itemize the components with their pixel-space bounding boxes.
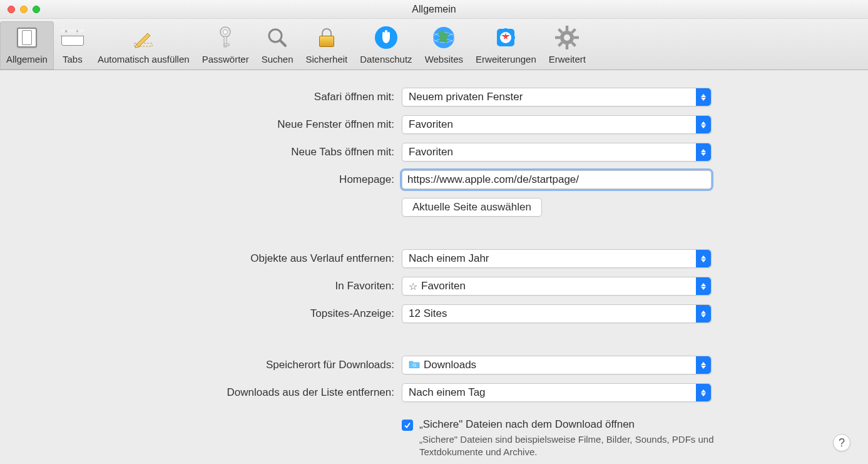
- chevron-up-down-icon: [696, 384, 711, 401]
- open-safe-files-description: „Sichere" Dateien sind beispielsweise Fi…: [419, 433, 752, 459]
- tab-general[interactable]: Allgemein: [0, 21, 54, 70]
- chevron-up-down-icon: [696, 250, 711, 267]
- label-remove-history: Objekte aus Verlauf entfernen:: [25, 252, 394, 265]
- hand-icon: [374, 25, 399, 50]
- tab-label: Tabs: [63, 54, 83, 64]
- general-icon: [14, 25, 39, 50]
- tab-websites[interactable]: Websites: [419, 21, 469, 70]
- tab-passwords[interactable]: Passwörter: [196, 21, 255, 70]
- select-topsites[interactable]: 12 Sites: [402, 304, 712, 323]
- label-new-tabs: Neue Tabs öffnen mit:: [25, 146, 394, 158]
- svg-rect-21: [574, 36, 579, 39]
- select-safari-open-with[interactable]: Neuem privaten Fenster: [402, 88, 712, 106]
- homepage-input[interactable]: [402, 170, 712, 189]
- tab-label: Erweitert: [549, 54, 586, 64]
- star-icon: ☆: [409, 281, 417, 292]
- tab-autofill[interactable]: Automatisch ausfüllen: [91, 21, 196, 70]
- svg-marker-1: [136, 33, 150, 47]
- svg-line-8: [280, 41, 285, 46]
- svg-point-26: [564, 34, 570, 41]
- search-icon: [265, 25, 290, 50]
- content-area: Safari öffnen mit: Neuem privaten Fenste…: [0, 70, 868, 464]
- select-value: Downloads: [424, 359, 476, 371]
- preferences-window: Allgemein Allgemein Tabs Automatisch aus…: [0, 0, 868, 464]
- tab-label: Passwörter: [202, 54, 249, 64]
- label-remove-downloads: Downloads aus der Liste entfernen:: [25, 386, 394, 399]
- select-value: 12 Sites: [409, 307, 447, 320]
- tab-label: Allgemein: [6, 54, 48, 64]
- svg-rect-18: [566, 26, 568, 31]
- tab-label: Datenschutz: [360, 54, 412, 64]
- tab-extensions[interactable]: Erweiterungen: [469, 21, 543, 70]
- select-new-tabs[interactable]: Favoriten: [402, 143, 712, 162]
- tab-label: Automatisch ausfüllen: [98, 54, 190, 64]
- select-new-windows[interactable]: Favoriten: [402, 115, 712, 134]
- chevron-up-down-icon: [696, 305, 711, 322]
- label-in-favorites: In Favoriten:: [25, 280, 394, 292]
- select-value: Favoriten: [409, 118, 453, 131]
- gear-icon: [554, 25, 580, 50]
- titlebar: Allgemein: [0, 0, 868, 19]
- tab-advanced[interactable]: Erweitert: [543, 21, 592, 70]
- preferences-toolbar: Allgemein Tabs Automatisch ausfüllen Pas…: [0, 19, 868, 70]
- open-safe-files-checkbox[interactable]: [402, 420, 413, 431]
- select-remove-history[interactable]: Nach einem Jahr: [402, 249, 712, 268]
- select-value: Nach einem Jahr: [409, 252, 489, 265]
- label-homepage: Homepage:: [25, 173, 394, 186]
- tab-privacy[interactable]: Datenschutz: [354, 21, 418, 70]
- chevron-up-down-icon: [696, 143, 711, 161]
- chevron-up-down-icon: [696, 88, 711, 106]
- set-current-page-button[interactable]: Aktuelle Seite auswählen: [402, 198, 542, 217]
- label-download-location: Speicherort für Downloads:: [25, 359, 394, 371]
- globe-icon: [431, 25, 456, 50]
- select-value: Nach einem Tag: [409, 386, 486, 399]
- chevron-up-down-icon: [696, 116, 711, 133]
- svg-rect-19: [566, 44, 568, 49]
- chevron-up-down-icon: [696, 356, 711, 374]
- select-in-favorites[interactable]: ☆ Favoriten: [402, 277, 712, 296]
- label-safari-open-with: Safari öffnen mit:: [25, 91, 394, 103]
- select-value: Neuem privaten Fenster: [409, 91, 523, 103]
- pencil-icon: [131, 25, 156, 50]
- chevron-up-down-icon: [696, 277, 711, 295]
- tab-label: Suchen: [262, 54, 294, 64]
- open-safe-files-label: „Sichere" Dateien nach dem Download öffn…: [419, 418, 752, 431]
- svg-rect-20: [555, 36, 560, 39]
- select-value: Favoriten: [409, 146, 453, 158]
- puzzle-icon: [493, 25, 518, 50]
- window-title: Allgemein: [0, 4, 868, 15]
- label-new-windows: Neue Fenster öffnen mit:: [25, 118, 394, 131]
- select-remove-downloads[interactable]: Nach einem Tag: [402, 383, 712, 402]
- general-form: Safari öffnen mit: Neuem privaten Fenste…: [25, 88, 843, 459]
- key-icon: [213, 25, 238, 50]
- tabs-icon: [60, 25, 85, 50]
- svg-point-4: [223, 30, 228, 34]
- help-button[interactable]: ?: [833, 434, 850, 451]
- select-value: Favoriten: [421, 280, 466, 292]
- tab-label: Erweiterungen: [476, 54, 536, 64]
- tab-label: Websites: [425, 54, 463, 64]
- svg-rect-6: [224, 44, 229, 46]
- tab-search[interactable]: Suchen: [255, 21, 300, 70]
- folder-icon: [409, 359, 420, 371]
- select-download-location[interactable]: Downloads: [402, 356, 712, 374]
- tab-security[interactable]: Sicherheit: [300, 21, 354, 70]
- tab-tabs[interactable]: Tabs: [54, 21, 91, 70]
- tab-label: Sicherheit: [306, 54, 348, 64]
- lock-icon: [314, 25, 339, 50]
- label-topsites: Topsites-Anzeige:: [25, 307, 394, 320]
